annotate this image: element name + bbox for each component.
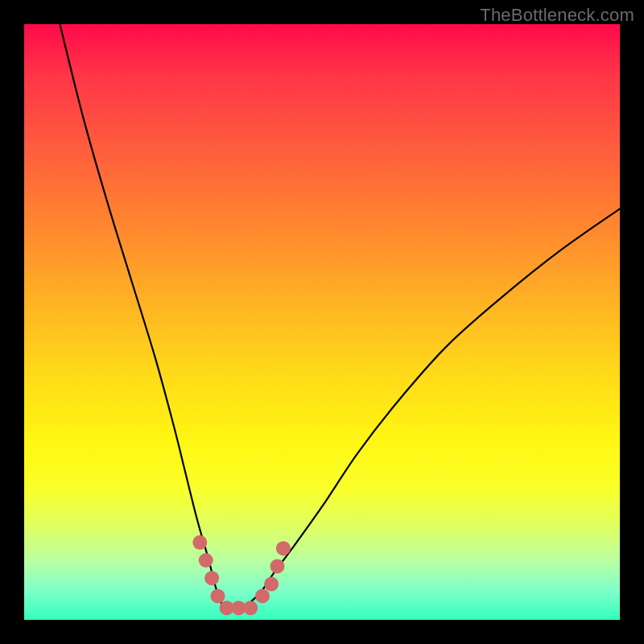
highlight-dot — [211, 588, 225, 603]
chart-svg — [24, 24, 620, 620]
bottleneck-curve — [60, 24, 620, 609]
highlight-dot — [276, 541, 291, 555]
highlight-dot — [192, 535, 207, 550]
chart-plot-area — [24, 24, 620, 620]
highlight-dot — [243, 601, 258, 615]
highlight-dots — [192, 535, 291, 615]
highlight-dot — [204, 571, 219, 585]
watermark-text: TheBottleneck.com — [480, 5, 634, 26]
highlight-dot — [255, 588, 270, 603]
highlight-dot — [270, 559, 285, 573]
highlight-dot — [264, 577, 279, 592]
highlight-dot — [199, 553, 213, 568]
